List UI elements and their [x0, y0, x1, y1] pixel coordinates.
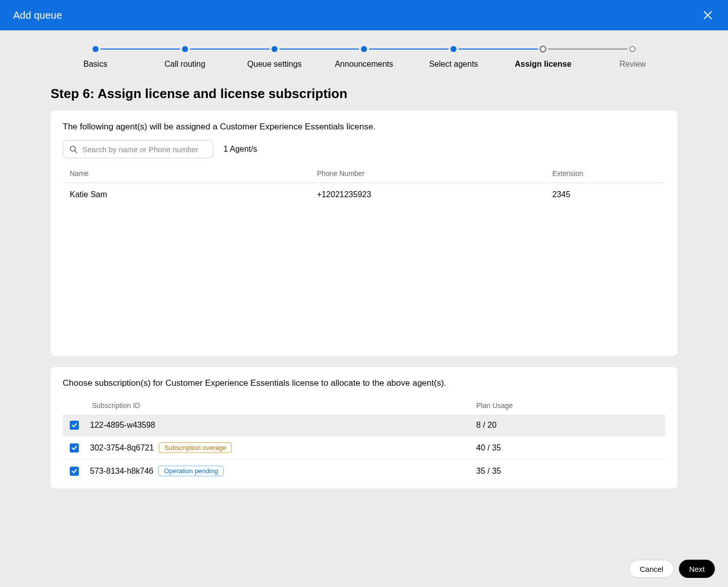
- step-label: Call routing: [164, 60, 205, 69]
- modal-title: Add queue: [13, 10, 62, 21]
- cancel-button[interactable]: Cancel: [629, 560, 674, 578]
- step-label: Review: [619, 60, 646, 69]
- status-badge: Operation pending: [158, 466, 223, 476]
- subscriptions-panel: Choose subscription(s) for Customer Expe…: [51, 367, 677, 488]
- search-input[interactable]: [82, 145, 207, 154]
- cell-phone: +12021235923: [317, 190, 553, 199]
- check-icon: [71, 422, 77, 428]
- col-plan-usage: Plan Usage: [476, 401, 658, 410]
- search-box[interactable]: [63, 140, 213, 158]
- step-queue-settings[interactable]: Queue settings: [230, 46, 319, 69]
- page-title: Step 6: Assign license and license subsc…: [51, 86, 677, 102]
- col-name: Name: [70, 169, 317, 177]
- modal-header: Add queue: [0, 0, 728, 30]
- step-dot: [361, 46, 367, 52]
- checkbox[interactable]: [70, 467, 79, 476]
- step-label: Basics: [83, 60, 107, 69]
- next-button[interactable]: Next: [679, 560, 715, 578]
- agent-count: 1 Agent/s: [223, 145, 257, 154]
- step-dot: [182, 46, 188, 52]
- step-select-agents[interactable]: Select agents: [409, 46, 498, 69]
- check-icon: [71, 468, 77, 474]
- plan-usage: 8 / 20: [476, 421, 658, 430]
- col-ext: Extension: [552, 169, 658, 177]
- step-call-routing[interactable]: Call routing: [140, 46, 230, 69]
- step-assign-license[interactable]: Assign license: [498, 46, 588, 69]
- step-label: Announcements: [335, 60, 393, 69]
- step-announcements[interactable]: Announcements: [319, 46, 408, 69]
- stepper: BasicsCall routingQueue settingsAnnounce…: [51, 30, 677, 74]
- subscription-id: 573-8134-h8k746: [90, 467, 153, 476]
- subscription-id: 302-3754-8q6721: [90, 443, 154, 453]
- step-dot: [271, 46, 278, 52]
- step-basics[interactable]: Basics: [51, 46, 140, 69]
- step-label: Assign license: [515, 60, 571, 69]
- close-button[interactable]: [701, 8, 715, 22]
- checkbox[interactable]: [70, 421, 79, 430]
- step-dot: [539, 46, 547, 53]
- step-review[interactable]: Review: [588, 46, 677, 69]
- step-label: Queue settings: [247, 60, 302, 69]
- table-row[interactable]: 573-8134-h8k746Operation pending35 / 35: [63, 460, 665, 482]
- col-phone: Phone Number: [317, 169, 553, 177]
- col-subscription-id: Subscription ID: [90, 401, 476, 410]
- plan-usage: 40 / 35: [476, 443, 658, 453]
- footer: Cancel Next: [629, 560, 715, 578]
- step-dot: [450, 46, 457, 52]
- search-icon: [69, 145, 77, 153]
- subscriptions-description: Choose subscription(s) for Customer Expe…: [63, 378, 665, 388]
- table-row[interactable]: Katie Sam+120212359232345: [63, 183, 665, 206]
- step-dot: [629, 46, 635, 52]
- step-dot: [93, 46, 99, 52]
- table-row[interactable]: 302-3754-8q6721Subscription overage40 / …: [63, 436, 665, 460]
- subscriptions-table-header: Subscription ID Plan Usage: [63, 396, 665, 415]
- agents-panel: The following agent(s) will be assigned …: [51, 111, 677, 356]
- subscription-id: 122-4895-w43598: [90, 421, 155, 430]
- cell-name: Katie Sam: [70, 190, 317, 199]
- checkbox[interactable]: [70, 443, 79, 453]
- check-icon: [71, 445, 77, 451]
- plan-usage: 35 / 35: [476, 467, 658, 476]
- step-label: Select agents: [429, 60, 478, 69]
- agents-table-header: Name Phone Number Extension: [63, 165, 665, 183]
- close-icon: [703, 10, 713, 20]
- cell-ext: 2345: [552, 190, 658, 199]
- status-badge: Subscription overage: [159, 442, 232, 453]
- table-row[interactable]: 122-4895-w435988 / 20: [63, 415, 665, 436]
- agents-description: The following agent(s) will be assigned …: [63, 122, 665, 132]
